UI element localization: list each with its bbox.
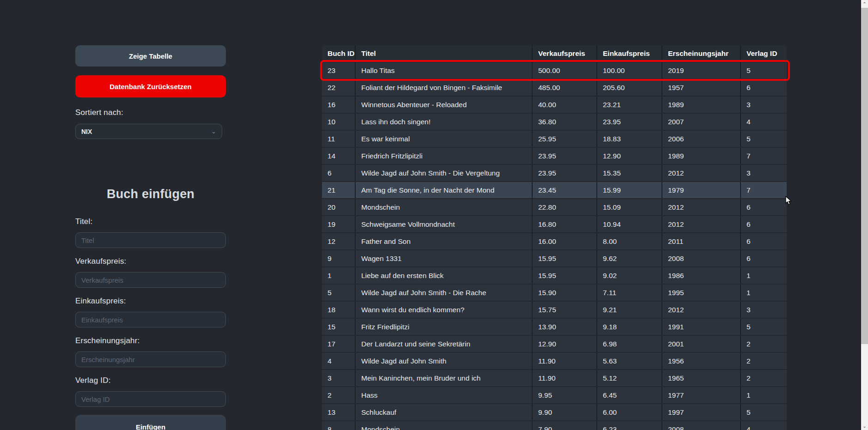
scrollbar-down-button[interactable]: ⌄ <box>861 422 868 430</box>
table-cell: Hallo Titas <box>356 62 533 79</box>
publisher-id-field-group: Verlag ID: <box>75 376 226 407</box>
table-cell: 18.83 <box>597 131 662 147</box>
table-row-book-22[interactable]: 22Foliant der Hildegard von Bingen - Fak… <box>322 79 787 96</box>
publish-year-field-group: Erscheinungsjahr: <box>75 336 226 367</box>
table-row-book-8[interactable]: 8Mondschein7.906.2320084 <box>322 421 787 430</box>
table-row-book-20[interactable]: 20Mondschein22.8015.0920126 <box>322 199 787 215</box>
scrollbar-thumb[interactable] <box>861 8 868 344</box>
table-row-book-5[interactable]: 5Wilde Jagd auf John Smith - Die Rache15… <box>322 285 787 301</box>
table-cell: 5 <box>741 131 787 147</box>
table-row-book-1[interactable]: 1Liebe auf den ersten Blick15.959.021986… <box>322 267 787 284</box>
table-row-book-4[interactable]: 4Wilde Jagd auf John Smith11.905.6319562 <box>322 353 787 369</box>
table-row-book-3[interactable]: 3Mein Kaninchen, mein Bruder und ich11.9… <box>322 370 787 386</box>
show-table-button[interactable]: Zeige Tabelle <box>75 45 226 67</box>
insert-button[interactable]: Einfügen <box>75 415 226 430</box>
column-header-verkaufspreis[interactable]: Verkaufspreis <box>533 45 597 61</box>
table-cell: Lass ihn doch singen! <box>356 114 533 130</box>
table-row-book-19[interactable]: 19Schweigsame Vollmondnacht16.8010.94201… <box>322 216 787 232</box>
table-row-book-13[interactable]: 13Schluckauf9.906.0019975 <box>322 404 787 420</box>
column-header-erscheinungsjahr[interactable]: Erscheinungsjahr <box>662 45 741 61</box>
table-cell: 23.21 <box>597 97 662 113</box>
table-cell: 2 <box>741 336 787 352</box>
sort-select-value: NIX <box>81 128 92 135</box>
table-cell: 2008 <box>662 421 741 430</box>
table-row-book-14[interactable]: 14Friedrich Fritzlipitzli23.9512.9019897 <box>322 148 787 164</box>
table-cell: Hass <box>356 387 533 403</box>
table-cell: 23.95 <box>533 148 597 164</box>
table-cell: 500.00 <box>533 62 597 79</box>
table-cell: 23.45 <box>533 182 597 198</box>
table-cell: 15.75 <box>533 302 597 318</box>
table-cell: 1986 <box>662 267 741 284</box>
title-input[interactable] <box>75 232 226 248</box>
insert-book-title: Buch einfügen <box>75 187 226 201</box>
buy-price-input[interactable] <box>75 312 226 327</box>
column-header-einkaufspreis[interactable]: Einkaufspreis <box>597 45 662 61</box>
title-label: Titel: <box>75 217 226 226</box>
column-header-buch-id[interactable]: Buch ID <box>322 45 356 61</box>
table-row-book-10[interactable]: 10Lass ihn doch singen!36.8023.9520074 <box>322 114 787 130</box>
table-cell: 22 <box>322 79 356 96</box>
table-cell: 1991 <box>662 319 741 335</box>
table-row-book-16[interactable]: 16Winnetous Abenteuer - Reloaded40.0023.… <box>322 97 787 113</box>
table-cell: Foliant der Hildegard von Bingen - Faksi… <box>356 79 533 96</box>
table-row-book-17[interactable]: 17Der Landarzt und seine Sekretärin12.90… <box>322 336 787 352</box>
table-cell: 36.80 <box>533 114 597 130</box>
column-header-verlag-id[interactable]: Verlag ID <box>741 45 787 61</box>
buy-price-label: Einkaufspreis: <box>75 297 226 306</box>
table-cell: 5 <box>322 285 356 301</box>
table-cell: 1989 <box>662 148 741 164</box>
table-cell: 5.12 <box>597 370 662 386</box>
table-cell: 1 <box>322 267 356 284</box>
table-cell: 6 <box>741 216 787 232</box>
publisher-id-input[interactable] <box>75 391 226 407</box>
table-cell: 20 <box>322 199 356 215</box>
table-cell: 2 <box>322 387 356 403</box>
scrollbar-up-button[interactable]: ⌃ <box>861 0 868 8</box>
table-cell: 2012 <box>662 199 741 215</box>
publish-year-input[interactable] <box>75 351 226 367</box>
table-cell: 1965 <box>662 370 741 386</box>
table-cell: 6 <box>741 199 787 215</box>
table-row-book-11[interactable]: 11Es war keinmal25.9518.8320065 <box>322 131 787 147</box>
sell-price-input[interactable] <box>75 272 226 288</box>
table-cell: 40.00 <box>533 97 597 113</box>
table-row-book-23[interactable]: 23Hallo Titas500.00100.0020195 <box>322 62 787 79</box>
reset-database-button[interactable]: Datenbank Zurücksetzen <box>75 75 226 97</box>
table-row-book-12[interactable]: 12Father and Son16.008.0020116 <box>322 233 787 249</box>
table-cell: Wagen 1331 <box>356 250 533 266</box>
table-cell: 1956 <box>662 353 741 369</box>
table-row-book-21[interactable]: 21Am Tag die Sonne, in der Nacht der Mon… <box>322 182 787 198</box>
table-cell: 9 <box>322 250 356 266</box>
table-cell: 15.95 <box>533 267 597 284</box>
table-cell: 8.00 <box>597 233 662 249</box>
table-row-book-18[interactable]: 18Wann wirst du endlich kommen?15.759.21… <box>322 302 787 318</box>
table-cell: 7 <box>741 182 787 198</box>
table-cell: 1997 <box>662 404 741 420</box>
buy-price-field-group: Einkaufspreis: <box>75 297 226 327</box>
column-header-titel[interactable]: Titel <box>356 45 533 61</box>
table-cell: 16.80 <box>533 216 597 232</box>
sort-select[interactable]: NIX ⌄ <box>75 124 222 139</box>
table-cell: 2012 <box>662 302 741 318</box>
page-scrollbar[interactable]: ⌃ ⌄ <box>861 0 868 430</box>
table-cell: 6.98 <box>597 336 662 352</box>
table-cell: 12 <box>322 233 356 249</box>
table-row-book-15[interactable]: 15Fritz Friedlipitzi13.909.1819915 <box>322 319 787 335</box>
table-cell: Wilde Jagd auf John Smith - Die Rache <box>356 285 533 301</box>
table-cell: 12.90 <box>533 336 597 352</box>
table-cell: 1957 <box>662 79 741 96</box>
table-cell: 6 <box>741 233 787 249</box>
table-cell: 3 <box>741 97 787 113</box>
table-row-book-6[interactable]: 6Wilde Jagd auf John Smith - Die Vergelt… <box>322 165 787 181</box>
table-row-book-9[interactable]: 9Wagen 133115.959.6220086 <box>322 250 787 266</box>
table-cell: 4 <box>741 114 787 130</box>
table-cell: 2012 <box>662 216 741 232</box>
publish-year-label: Erscheinungsjahr: <box>75 336 226 345</box>
table-cell: Friedrich Fritzlipitzli <box>356 148 533 164</box>
table-row-book-2[interactable]: 2Hass9.956.4519771 <box>322 387 787 403</box>
table-cell: Wilde Jagd auf John Smith - Die Vergeltu… <box>356 165 533 181</box>
table-cell: Wilde Jagd auf John Smith <box>356 353 533 369</box>
table-cell: 16.00 <box>533 233 597 249</box>
table-cell: 7 <box>741 148 787 164</box>
